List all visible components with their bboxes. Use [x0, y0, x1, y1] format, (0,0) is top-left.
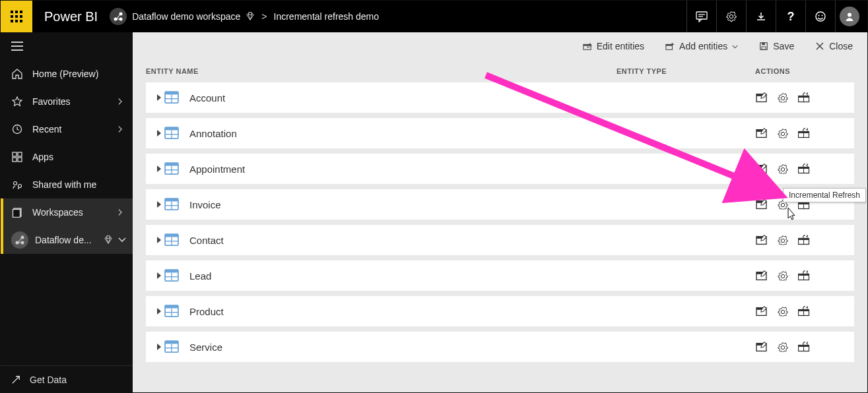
table-row: Invoice — [146, 189, 854, 220]
clock-icon — [11, 124, 23, 135]
expand-caret[interactable] — [154, 94, 164, 101]
settings-button[interactable] — [717, 1, 746, 32]
sidebar-item-recent[interactable]: Recent — [1, 115, 133, 143]
sidebar-item-label: Favorites — [32, 96, 71, 107]
add-entities-button[interactable]: Add entities — [665, 41, 738, 51]
action-settings[interactable] — [776, 340, 789, 353]
download-icon — [755, 11, 767, 22]
save-label: Save — [773, 41, 794, 51]
table-icon — [164, 340, 179, 353]
table-row: Service — [146, 332, 854, 362]
sidebar-active-workspace-label: Dataflow de... — [35, 235, 98, 245]
action-settings[interactable] — [776, 305, 789, 318]
entity-name: Service — [189, 342, 617, 353]
expand-caret[interactable] — [154, 237, 164, 243]
comment-icon — [696, 11, 708, 22]
workspace-chip-icon — [110, 8, 127, 25]
sidebar-item-label: Home (Preview) — [32, 69, 98, 79]
gear-icon — [725, 11, 737, 22]
entity-name: Product — [189, 306, 617, 317]
toolbar: Edit entities Add entities Save Close — [133, 32, 867, 60]
action-edit-entity[interactable] — [755, 91, 768, 104]
action-incremental-refresh[interactable] — [797, 305, 811, 318]
hamburger-icon — [11, 42, 23, 51]
save-button[interactable]: Save — [759, 41, 794, 51]
expand-caret[interactable] — [154, 308, 164, 315]
col-actions: ACTIONS — [755, 67, 854, 75]
sidebar-active-workspace[interactable]: Dataflow de... — [1, 226, 133, 254]
action-settings[interactable] — [776, 127, 789, 140]
entity-name: Invoice — [189, 199, 617, 210]
help-button[interactable]: ? — [776, 1, 805, 32]
table-icon — [164, 305, 179, 317]
chevron-down-icon — [732, 41, 738, 51]
edit-entities-label: Edit entities — [597, 41, 644, 51]
edit-entities-icon — [583, 42, 592, 51]
download-button[interactable] — [747, 1, 776, 32]
sidebar: Home (Preview) Favorites Recent Apps Sha… — [1, 32, 133, 393]
close-button[interactable]: Close — [815, 41, 853, 51]
top-bar: Power BI Dataflow demo workspace > Incre… — [1, 1, 867, 32]
get-data-icon — [11, 375, 20, 384]
entity-list: AccountAnnotationAppointmentInvoiceConta… — [133, 82, 867, 367]
breadcrumb-workspace[interactable]: Dataflow demo workspace — [132, 11, 240, 22]
action-incremental-refresh[interactable] — [797, 233, 811, 247]
action-edit-entity[interactable] — [755, 269, 768, 282]
table-icon — [164, 269, 179, 282]
feedback-button[interactable] — [806, 1, 835, 32]
expand-caret[interactable] — [154, 272, 164, 279]
chevron-right-icon — [117, 207, 123, 218]
tooltip-incremental-refresh: Incremental Refresh — [783, 188, 866, 202]
premium-icon — [104, 235, 113, 245]
account-button[interactable] — [840, 7, 859, 26]
add-entities-label: Add entities — [679, 41, 727, 51]
action-incremental-refresh[interactable] — [797, 340, 811, 353]
action-edit-entity[interactable] — [755, 127, 768, 140]
action-settings[interactable] — [776, 162, 789, 175]
edit-entities-button[interactable]: Edit entities — [583, 41, 644, 51]
entity-name: Appointment — [189, 164, 617, 175]
get-data-button[interactable]: Get Data — [1, 365, 133, 393]
entity-name: Contact — [189, 235, 617, 246]
action-edit-entity[interactable] — [755, 305, 768, 318]
action-edit-entity[interactable] — [755, 233, 768, 247]
sidebar-item-apps[interactable]: Apps — [1, 143, 133, 171]
action-edit-entity[interactable] — [755, 198, 768, 211]
sidebar-item-favorites[interactable]: Favorites — [1, 88, 133, 115]
close-icon — [815, 42, 824, 51]
action-incremental-refresh[interactable] — [797, 91, 811, 104]
hamburger-button[interactable] — [1, 32, 133, 60]
table-row: Annotation — [146, 118, 854, 148]
save-icon — [759, 42, 768, 51]
chevron-right-icon — [117, 96, 123, 107]
app-launcher[interactable] — [1, 1, 32, 32]
action-settings[interactable] — [776, 233, 789, 247]
sidebar-item-home[interactable]: Home (Preview) — [1, 60, 133, 88]
main: Edit entities Add entities Save Close EN… — [133, 32, 867, 393]
waffle-icon — [11, 11, 22, 22]
expand-caret[interactable] — [154, 344, 164, 350]
column-headers: ENTITY NAME ENTITY TYPE ACTIONS — [133, 60, 867, 82]
action-incremental-refresh[interactable] — [797, 127, 811, 140]
action-edit-entity[interactable] — [755, 162, 768, 175]
workspace-chip-icon — [11, 231, 28, 249]
comments-button[interactable] — [687, 1, 716, 32]
chevron-right-icon — [117, 124, 123, 135]
add-entities-icon — [665, 42, 675, 51]
cursor-pointer-icon — [785, 206, 798, 225]
expand-caret[interactable] — [154, 130, 164, 136]
action-incremental-refresh[interactable] — [797, 162, 811, 175]
sidebar-item-shared[interactable]: Shared with me — [1, 171, 133, 198]
table-row: Product — [146, 296, 854, 326]
sidebar-item-workspaces[interactable]: Workspaces — [1, 198, 133, 226]
col-name: ENTITY NAME — [146, 67, 617, 75]
action-edit-entity[interactable] — [755, 340, 768, 353]
person-icon — [844, 11, 855, 22]
expand-caret[interactable] — [154, 166, 164, 172]
action-settings[interactable] — [776, 91, 789, 104]
expand-caret[interactable] — [154, 201, 164, 208]
action-settings[interactable] — [776, 269, 789, 282]
table-row: Contact — [146, 225, 854, 255]
col-type: ENTITY TYPE — [617, 67, 755, 75]
action-incremental-refresh[interactable] — [797, 269, 811, 282]
